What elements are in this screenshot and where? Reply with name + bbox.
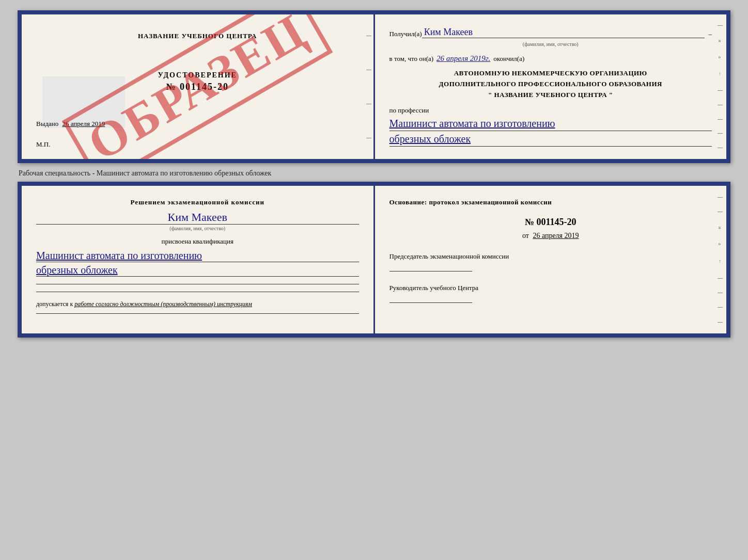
spine-dash <box>718 119 723 120</box>
vtom-row: в том, что он(а) 26 апреля 2019г. окончи… <box>389 54 712 63</box>
spine-dash <box>718 105 723 105</box>
spine-dash <box>718 322 723 323</box>
vydano-date: 26 апреля 2019 <box>63 120 105 127</box>
rukovoditel-label: Руководитель учебного Центра <box>389 284 712 292</box>
spine-marks-top-left <box>364 14 373 159</box>
blank-line-3 <box>36 313 359 314</box>
dash1: – <box>709 30 712 38</box>
predsedatel-sign-line <box>389 271 472 271</box>
spine-dash <box>366 104 371 104</box>
edge-text-i: и <box>718 40 723 42</box>
org-line2: ДОПОЛНИТЕЛЬНОГО ПРОФЕССИОНАЛЬНОГО ОБРАЗО… <box>389 79 712 90</box>
spine-dash <box>366 70 371 70</box>
poluchil-label: Получил(а) <box>389 30 422 38</box>
edge-text-i2: и <box>718 227 723 229</box>
spine-dash <box>718 148 723 148</box>
okonchil-label: окончил(а) <box>493 55 524 63</box>
spine-dash <box>718 197 723 198</box>
between-label: Рабочая специальность - Машинист автомат… <box>18 165 730 182</box>
top-left-page: НАЗВАНИЕ УЧЕБНОГО ЦЕНТРА ОБРАЗЕЦ УДОСТОВ… <box>22 14 375 159</box>
qual-line1: Машинист автомата по изготовлению <box>36 250 359 262</box>
bottom-left-page: Решением экзаменационной комиссии Ким Ма… <box>22 186 375 333</box>
profession-line2: обрезных обложек <box>389 133 712 147</box>
spine-dash <box>718 212 723 212</box>
edge-text-a2: а <box>718 243 723 245</box>
profession-label: по профессии <box>389 106 712 115</box>
vydano-label: Выдано <box>36 120 58 127</box>
dopuskaetsya-text: работе согласно должностным (производств… <box>74 300 252 308</box>
top-left-title: НАЗВАНИЕ УЧЕБНОГО ЦЕНТРА <box>36 32 359 40</box>
predsedatel-block: Председатель экзаменационной комиссии <box>389 252 712 271</box>
profession-line1: Машинист автомата по изготовлению <box>389 118 712 131</box>
spine-marks-top-right: и а ← <box>716 14 724 159</box>
bottom-right-page: Основание: протокол экзаменационной коми… <box>375 186 727 333</box>
ot-label: от <box>522 232 529 239</box>
spine-dash <box>718 90 723 91</box>
mp-label: М.П. <box>36 140 50 149</box>
spine-marks-bottom-right: и а ← <box>716 186 724 333</box>
bottom-document: Решением экзаменационной комиссии Ким Ма… <box>18 182 730 338</box>
spine-dash <box>366 138 371 138</box>
prisvoyena-label: присвоена квалификация <box>36 237 359 246</box>
rukovoditel-sign-line <box>389 302 472 303</box>
edge-text-a: а <box>718 56 723 58</box>
vtom-label: в том, что он(а) <box>389 55 434 63</box>
blank-line-2 <box>36 292 359 292</box>
dopuskaetsya-label: допускается к <box>36 300 73 308</box>
org-block: АВТОНОМНУЮ НЕКОММЕРЧЕСКУЮ ОРГАНИЗАЦИЮ ДО… <box>389 68 712 100</box>
edge-text-arrow: ← <box>718 72 723 76</box>
predsedatel-label: Председатель экзаменационной комиссии <box>389 252 712 261</box>
poluchil-row: Получил(а) Ким Макеев – <box>389 27 712 38</box>
ot-date-value: 26 апреля 2019 <box>533 232 579 239</box>
bottom-name: Ким Макеев <box>36 211 359 225</box>
protocol-number: № 001145-20 <box>389 217 712 228</box>
qual-line2: обрезных обложек <box>36 264 359 277</box>
spine-dash <box>718 307 723 308</box>
spine-dash <box>718 133 723 134</box>
spine-dash <box>718 293 723 293</box>
vydano-row: Выдано 26 апреля 2019 <box>36 120 105 128</box>
bottom-fio-hint: (фамилия, имя, отчество) <box>36 226 359 231</box>
spine-dash <box>718 278 723 279</box>
edge-text-arrow2: ← <box>718 259 723 264</box>
org-line3: " НАЗВАНИЕ УЧЕБНОГО ЦЕНТРА " <box>389 90 712 101</box>
rukovoditel-block: Руководитель учебного Центра <box>389 284 712 303</box>
blank-line-1 <box>36 284 359 284</box>
resheniem-label: Решением экзаменационной комиссии <box>36 198 359 206</box>
spine-dash <box>718 25 723 26</box>
vtom-date: 26 апреля 2019г. <box>437 54 490 63</box>
fio-hint-top: (фамилия, имя, отчество) <box>389 41 712 47</box>
poluchil-name: Ким Макеев <box>422 27 705 38</box>
top-document: НАЗВАНИЕ УЧЕБНОГО ЦЕНТРА ОБРАЗЕЦ УДОСТОВ… <box>18 10 730 163</box>
org-line1: АВТОНОМНУЮ НЕКОММЕРЧЕСКУЮ ОРГАНИЗАЦИЮ <box>389 68 712 79</box>
dopuskaetsya-row: допускается к работе согласно должностны… <box>36 300 359 308</box>
spine-dash <box>366 36 371 36</box>
top-right-content: Получил(а) Ким Макеев – (фамилия, имя, о… <box>389 27 712 147</box>
osnovanie-label: Основание: протокол экзаменационной коми… <box>389 198 712 206</box>
top-right-page: Получил(а) Ким Макеев – (фамилия, имя, о… <box>375 14 727 159</box>
ot-date-row: от 26 апреля 2019 <box>389 232 712 240</box>
